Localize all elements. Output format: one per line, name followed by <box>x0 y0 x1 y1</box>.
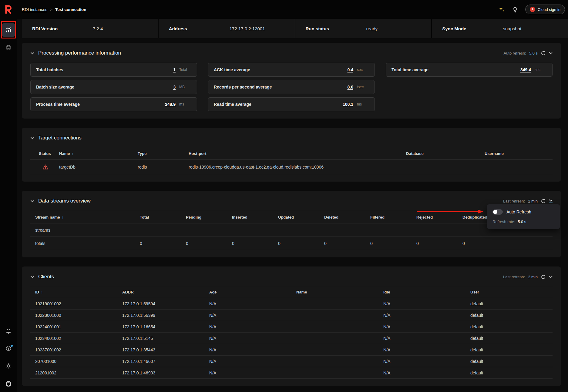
metric-unit: sec <box>535 68 548 72</box>
auto-refresh-config-chevron-icon[interactable] <box>549 199 553 203</box>
gear-icon <box>5 363 12 369</box>
cell-id: 207001000 <box>30 359 117 364</box>
copilot-button[interactable] <box>498 6 505 13</box>
info-label: Sync Mode <box>442 26 503 31</box>
column-header-filtered[interactable]: Filtered <box>365 215 412 219</box>
metric-value[interactable]: 0.4 <box>348 67 353 72</box>
notifications-button[interactable] <box>5 328 12 334</box>
refresh-icon[interactable] <box>541 274 546 280</box>
clients-panel: Clients Last refresh: 2 min ID↑ ADDR Age… <box>22 266 561 386</box>
table-row: 10223001000 172.17.0.1:56399 N/A N/A def… <box>30 310 553 321</box>
collapse-chevron-icon[interactable] <box>30 276 35 278</box>
panel-title: Data streams overview <box>38 198 91 204</box>
column-header-updated[interactable]: Updated <box>273 215 319 219</box>
column-header-status[interactable]: Status <box>30 151 59 156</box>
github-link[interactable] <box>5 380 12 387</box>
warning-icon[interactable] <box>42 164 49 170</box>
cell-addr: 172.17.0.1:59594 <box>117 301 204 306</box>
cell-inserted: 0 <box>227 241 273 246</box>
column-header-rejected[interactable]: Rejected <box>412 215 458 219</box>
last-refresh-value: 2 min <box>528 275 538 279</box>
refresh-rate-value[interactable]: 5.0 s <box>518 219 526 224</box>
performance-panel: Processing performance information Auto … <box>22 43 561 119</box>
cell-type: redis <box>138 165 189 169</box>
cell-deduplicated: 0 <box>458 241 553 246</box>
refresh-rate-row: Refresh rate: 5.0 s <box>492 219 554 224</box>
column-header-type[interactable]: Type <box>138 151 189 156</box>
table-row-streams-group[interactable]: streams <box>30 223 553 237</box>
chevron-down-icon[interactable] <box>549 52 553 54</box>
panel-controls: Auto refresh: 5.0 s <box>503 51 553 56</box>
metric-value[interactable]: 1 <box>173 67 176 72</box>
column-header-total[interactable]: Total <box>135 215 181 219</box>
toggle-knob <box>493 210 497 214</box>
cell-idle: N/A <box>378 347 465 352</box>
metric-value[interactable]: 8.6 <box>348 85 353 89</box>
cell-id: 10219001002 <box>30 301 117 306</box>
refresh-icon[interactable] <box>541 51 546 56</box>
cell-name: targetDb <box>59 165 138 169</box>
metric-card-ack-time: ACK time average 0.4 sec <box>208 63 375 77</box>
refresh-icon[interactable] <box>541 199 546 204</box>
column-header-name[interactable]: Name↑ <box>59 151 138 156</box>
auto-refresh-toggle[interactable] <box>492 209 503 215</box>
column-header-addr[interactable]: ADDR <box>117 290 204 294</box>
metric-label: ACK time average <box>214 67 250 72</box>
metric-value[interactable]: 100.1 <box>343 102 353 107</box>
collapse-chevron-icon[interactable] <box>30 137 35 139</box>
column-header-pending[interactable]: Pending <box>181 215 227 219</box>
collapse-chevron-icon[interactable] <box>30 200 35 203</box>
chevron-down-icon[interactable] <box>549 276 553 278</box>
cell-user: default <box>465 313 553 318</box>
target-connections-panel: Target connections Status Name↑ Type Hos… <box>22 128 561 182</box>
help-button[interactable] <box>5 345 12 351</box>
settings-button[interactable] <box>5 363 12 369</box>
auto-refresh-value: 5.0 s <box>529 51 538 55</box>
breadcrumb-link-rdi-instances[interactable]: RDI instances <box>22 7 47 12</box>
collapse-chevron-icon[interactable] <box>30 52 35 55</box>
metric-label: Total time average <box>392 67 429 72</box>
column-header-id[interactable]: ID↑ <box>30 290 117 294</box>
column-header-inserted[interactable]: Inserted <box>227 215 273 219</box>
column-header-label: Name <box>59 151 70 156</box>
cell-deleted: 0 <box>319 241 365 246</box>
table-row-totals: totals 0 0 0 0 0 0 0 0 <box>30 237 553 250</box>
breadcrumb-separator: > <box>50 7 52 12</box>
instance-info-bar: RDI Version 7.2.4 Address 172.17.0.2:120… <box>22 19 568 38</box>
metric-value[interactable]: 349.4 <box>520 67 531 72</box>
column-header-username[interactable]: Username <box>485 151 553 156</box>
refresh-rate-label: Refresh rate: <box>492 219 515 224</box>
metric-unit: ms <box>357 102 370 106</box>
cell-user: default <box>465 301 553 306</box>
notification-dot <box>11 345 13 347</box>
column-header-hostport[interactable]: Host:port <box>189 151 406 156</box>
metric-card-total-batches: Total batches 1 Total <box>30 63 197 77</box>
topbar: RDI instances > Test connection <box>17 0 568 19</box>
column-header-deleted[interactable]: Deleted <box>319 215 365 219</box>
lightbulb-icon <box>512 6 519 13</box>
cell-filtered: 0 <box>365 241 412 246</box>
column-header-database[interactable]: Database <box>406 151 485 156</box>
sidebar-item-pipeline-status[interactable] <box>2 23 15 37</box>
cell-rejected: 0 <box>412 241 458 246</box>
metric-value[interactable]: 248.9 <box>165 102 176 107</box>
sidebar-item-pipeline-management[interactable] <box>2 41 15 54</box>
column-header-idle[interactable]: Idle <box>378 290 465 294</box>
metric-value[interactable]: 3 <box>173 85 176 89</box>
insights-button[interactable] <box>512 6 519 13</box>
last-refresh-value: 2 min <box>528 199 538 203</box>
cloud-sign-in-button[interactable]: Cloud sign in <box>525 5 565 14</box>
sort-asc-icon: ↑ <box>41 290 43 294</box>
cell-user: default <box>465 347 553 352</box>
metric-card-records-per-second: Records per second average 8.6 /sec <box>208 80 375 94</box>
clients-table: ID↑ ADDR Age Name Idle User 10219001002 … <box>30 286 553 379</box>
cell-id: 212001002 <box>30 370 117 375</box>
column-header-name[interactable]: Name <box>291 290 378 294</box>
redis-logo[interactable] <box>0 0 17 19</box>
sparkles-icon <box>498 6 505 13</box>
column-header-age[interactable]: Age <box>204 290 291 294</box>
cell-addr: 172.17.0.1:56399 <box>117 313 204 318</box>
panel-controls: Last refresh: 2 min <box>503 199 553 204</box>
column-header-user[interactable]: User <box>465 290 553 294</box>
column-header-stream-name[interactable]: Stream name↑ <box>30 215 135 219</box>
